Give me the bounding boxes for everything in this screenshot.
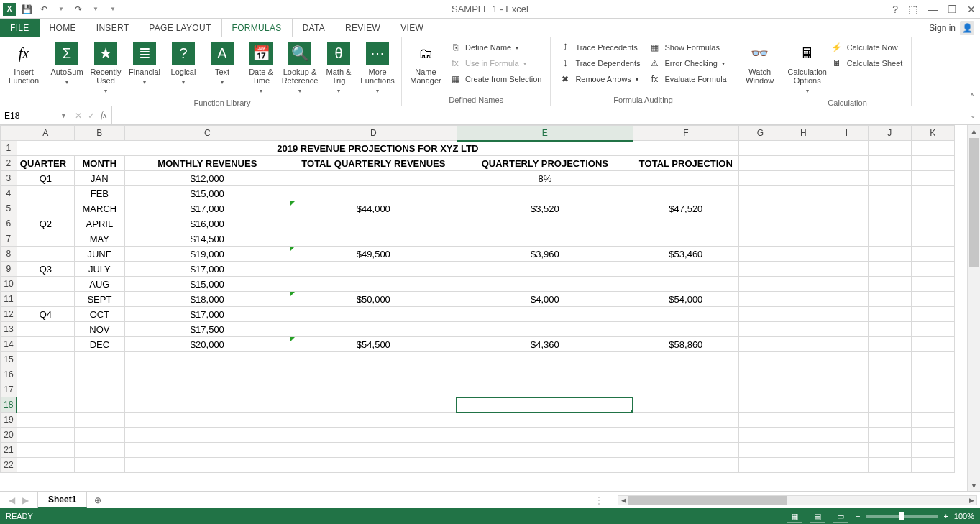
- cell-E22[interactable]: [457, 458, 633, 473]
- evaluate-formula-button[interactable]: fxEvaluate Formula: [647, 72, 728, 86]
- cell-K6[interactable]: [911, 216, 954, 231]
- cell-H3[interactable]: [782, 171, 825, 186]
- cell-K13[interactable]: [911, 322, 954, 337]
- cell-A9[interactable]: Q3: [17, 262, 74, 277]
- cell-D19[interactable]: [290, 413, 457, 428]
- cell-C6[interactable]: $16,000: [124, 216, 290, 231]
- scroll-left-icon[interactable]: ◀: [618, 496, 628, 505]
- cell-H19[interactable]: [782, 413, 825, 428]
- cell-D8[interactable]: $49,500: [290, 247, 457, 262]
- cell-B22[interactable]: [74, 458, 124, 473]
- cell-G22[interactable]: [738, 458, 782, 473]
- cell-F11[interactable]: $54,000: [633, 292, 738, 307]
- cell-I17[interactable]: [825, 382, 868, 397]
- cell-H4[interactable]: [782, 186, 825, 201]
- zoom-slider[interactable]: [866, 515, 938, 518]
- cell-G1[interactable]: [738, 141, 782, 156]
- error-checking-button[interactable]: ⚠Error Checking ▾: [647, 56, 728, 70]
- cell-I7[interactable]: [825, 231, 868, 247]
- cell-J15[interactable]: [868, 352, 911, 367]
- cell-G13[interactable]: [738, 322, 782, 337]
- cell-I16[interactable]: [825, 367, 868, 382]
- cell-A7[interactable]: [17, 231, 74, 247]
- cell-H2[interactable]: [782, 156, 825, 171]
- sheet-nav[interactable]: ◀ ▶: [0, 492, 38, 508]
- cell-G12[interactable]: [738, 307, 782, 322]
- cell-G10[interactable]: [738, 277, 782, 292]
- cell-E17[interactable]: [457, 382, 633, 397]
- cell-E14[interactable]: $4,360: [457, 337, 633, 352]
- create-from-selection-button[interactable]: ▦Create from Selection: [448, 72, 543, 86]
- cell-B19[interactable]: [74, 413, 124, 428]
- cell-I20[interactable]: [825, 428, 868, 443]
- cell-J1[interactable]: [868, 141, 911, 156]
- row-header-6[interactable]: 6: [1, 216, 17, 231]
- view-normal-icon[interactable]: ▦: [787, 510, 802, 523]
- cell-F6[interactable]: [633, 216, 738, 231]
- recently-used-button[interactable]: ★ Recently Used ▾: [86, 39, 125, 97]
- cell-J21[interactable]: [868, 443, 911, 458]
- cell-K18[interactable]: [911, 397, 954, 413]
- cell-J20[interactable]: [868, 428, 911, 443]
- cell-D18[interactable]: [290, 397, 457, 413]
- cell-A4[interactable]: [17, 186, 74, 201]
- row-header-21[interactable]: 21: [1, 443, 17, 458]
- cell-I13[interactable]: [825, 322, 868, 337]
- cell-J16[interactable]: [868, 367, 911, 382]
- cell-K11[interactable]: [911, 292, 954, 307]
- cell-G11[interactable]: [738, 292, 782, 307]
- cell-B4[interactable]: FEB: [74, 186, 124, 201]
- cell-H18[interactable]: [782, 397, 825, 413]
- cell-I14[interactable]: [825, 337, 868, 352]
- minimize-icon[interactable]: —: [928, 4, 938, 15]
- cell-I18[interactable]: [825, 397, 868, 413]
- cell-K12[interactable]: [911, 307, 954, 322]
- cell-H1[interactable]: [782, 141, 825, 156]
- horizontal-scrollbar[interactable]: ◀ ▶: [618, 495, 977, 505]
- insert-function-button[interactable]: fx Insert Function: [4, 39, 43, 88]
- undo-icon[interactable]: ↶: [37, 3, 50, 16]
- cell-H17[interactable]: [782, 382, 825, 397]
- name-manager-button[interactable]: 🗂 Name Manager: [406, 39, 445, 88]
- cell-J17[interactable]: [868, 382, 911, 397]
- cell-B18[interactable]: [74, 397, 124, 413]
- column-header-A[interactable]: A: [17, 126, 74, 141]
- cell-C8[interactable]: $19,000: [124, 247, 290, 262]
- cell-E3[interactable]: 8%: [457, 171, 633, 186]
- cell-A21[interactable]: [17, 443, 74, 458]
- cell-H12[interactable]: [782, 307, 825, 322]
- cell-K1[interactable]: [911, 141, 954, 156]
- qat-customize-icon[interactable]: ▼: [106, 3, 119, 16]
- autosum-button[interactable]: Σ AutoSum ▾: [47, 39, 86, 88]
- cell-E16[interactable]: [457, 367, 633, 382]
- cell-A20[interactable]: [17, 428, 74, 443]
- cell-E7[interactable]: [457, 231, 633, 247]
- cell-I10[interactable]: [825, 277, 868, 292]
- tab-page-layout[interactable]: PAGE LAYOUT: [139, 19, 221, 37]
- cell-J4[interactable]: [868, 186, 911, 201]
- cell-I19[interactable]: [825, 413, 868, 428]
- tab-data[interactable]: DATA: [293, 19, 335, 37]
- cell-C14[interactable]: $20,000: [124, 337, 290, 352]
- sheet-prev-icon[interactable]: ◀: [9, 495, 15, 505]
- cell-K3[interactable]: [911, 171, 954, 186]
- scroll-down-icon[interactable]: ▼: [968, 479, 980, 491]
- row-header-13[interactable]: 13: [1, 322, 17, 337]
- row-header-16[interactable]: 16: [1, 367, 17, 382]
- cell-G19[interactable]: [738, 413, 782, 428]
- cell-J7[interactable]: [868, 231, 911, 247]
- cell-F7[interactable]: [633, 231, 738, 247]
- cell-G14[interactable]: [738, 337, 782, 352]
- cell-F10[interactable]: [633, 277, 738, 292]
- row-header-18[interactable]: 18: [1, 397, 17, 413]
- cell-D16[interactable]: [290, 367, 457, 382]
- cell-J5[interactable]: [868, 201, 911, 216]
- lookup-reference-button[interactable]: 🔍 Lookup & Reference ▾: [280, 39, 319, 97]
- cell-D7[interactable]: [290, 231, 457, 247]
- cell-H10[interactable]: [782, 277, 825, 292]
- cell-D20[interactable]: [290, 428, 457, 443]
- cell-C9[interactable]: $17,000: [124, 262, 290, 277]
- cell-E6[interactable]: [457, 216, 633, 231]
- cell-K19[interactable]: [911, 413, 954, 428]
- row-header-20[interactable]: 20: [1, 428, 17, 443]
